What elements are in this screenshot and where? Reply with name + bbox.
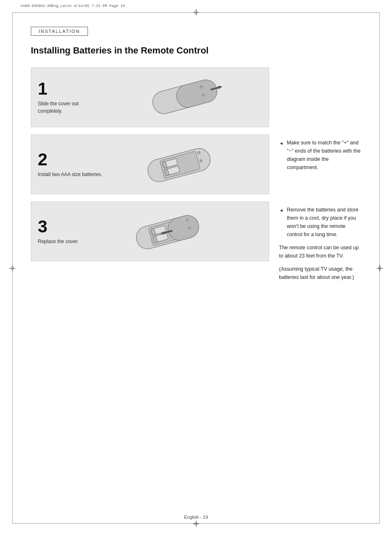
step-3-image xyxy=(78,211,262,252)
step-3-extra-note-2: (Assuming typical TV usage, the batterie… xyxy=(279,265,361,281)
step-2-number: 2 xyxy=(38,151,102,168)
step-1-image xyxy=(104,78,262,117)
step-3-container: 3 Replace the cover. xyxy=(31,202,361,281)
crosshair-right xyxy=(376,265,383,271)
step-1-right xyxy=(269,67,361,72)
main-content: Installing Batteries in the Remote Contr… xyxy=(31,45,361,289)
crosshair-left xyxy=(9,265,16,271)
crosshair-top xyxy=(193,9,199,16)
page-header-meta: AA68-03585A-X0Eng_Latin 4/14/05 7:31 PM … xyxy=(21,4,125,8)
page-title: Installing Batteries in the Remote Contr… xyxy=(31,45,361,56)
step-1-number-block: 1 Slide the cover out completely. xyxy=(38,80,104,115)
step-3-number-block: 3 Replace the cover. xyxy=(38,218,78,245)
step-1-desc: Slide the cover out completely. xyxy=(38,100,104,115)
step-2-number-block: 2 Install two AAA size batteries. xyxy=(38,151,102,178)
step-2-desc: Install two AAA size batteries. xyxy=(38,171,102,178)
step-1-illustration xyxy=(140,78,226,117)
step-3-right: ◄ Remove the batteries and store them in… xyxy=(269,202,361,281)
step-1-container: 1 Slide the cover out completely. xyxy=(31,67,361,127)
step-2-note: ◄ Make sure to match the "+" and "−" end… xyxy=(279,139,361,172)
crosshair-bottom xyxy=(193,520,199,527)
step-2-left: 2 Install two AAA size batteries. xyxy=(31,135,269,194)
step-2-right: ◄ Make sure to match the "+" and "−" end… xyxy=(269,135,361,175)
step-1-number: 1 xyxy=(38,80,104,97)
step-2-note-text: Make sure to match the "+" and "−" ends … xyxy=(287,139,361,172)
step-2-bullet: ◄ xyxy=(279,140,284,147)
step-3-bullet: ◄ xyxy=(279,207,284,214)
step-2-image xyxy=(102,144,262,185)
step-3-left: 3 Replace the cover. xyxy=(31,202,269,261)
installation-header: INSTALLATION xyxy=(31,27,88,36)
step-3-desc: Replace the cover. xyxy=(38,238,78,245)
step-3-number: 3 xyxy=(38,218,78,235)
step-3-illustration xyxy=(127,211,214,252)
step-2-illustration xyxy=(139,144,225,185)
step-3-note: ◄ Remove the batteries and store them in… xyxy=(279,206,361,239)
step-2-container: 2 Install two AAA size batteries. xyxy=(31,135,361,194)
step-3-extra-note-1: The remote control can be used up to abo… xyxy=(279,244,361,260)
page-footer: English - 19 xyxy=(0,515,392,520)
step-1-left: 1 Slide the cover out completely. xyxy=(31,67,269,127)
svg-rect-1 xyxy=(174,78,220,110)
step-3-note-text: Remove the batteries and store them in a… xyxy=(287,206,361,239)
